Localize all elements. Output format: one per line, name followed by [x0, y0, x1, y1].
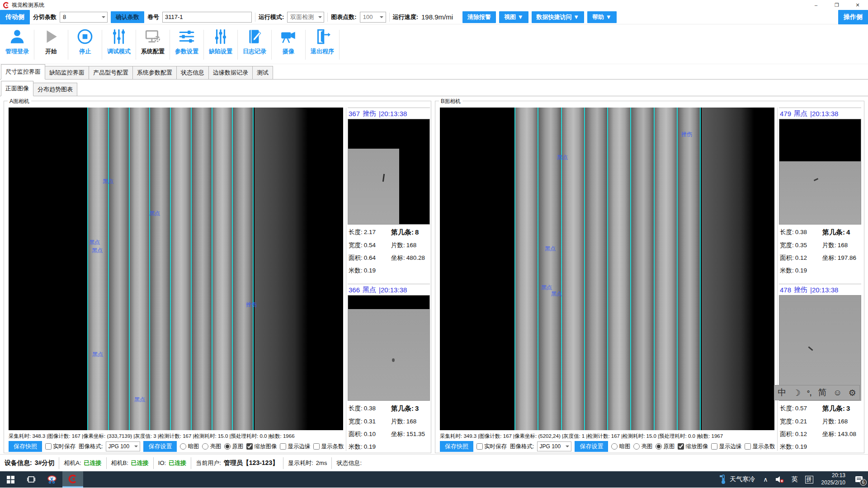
debug-mode-button[interactable]: 调试模式 [104, 28, 133, 56]
close-button[interactable]: ✕ [847, 0, 868, 10]
tab-edge-data-record[interactable]: 边缘数据记录 [208, 66, 253, 79]
task-view-button[interactable] [21, 471, 42, 488]
show-edge-checkbox[interactable] [280, 443, 286, 450]
chevron-down-icon[interactable] [316, 12, 324, 22]
tab-system-param-config[interactable]: 系统参数配置 [132, 66, 177, 79]
ime-punctuation[interactable]: °, [807, 389, 811, 397]
run-mode-select[interactable]: 双面检测 [287, 12, 324, 23]
chevron-down-icon[interactable] [378, 12, 386, 22]
show-hidden-icons-button[interactable]: ∧ [760, 471, 771, 488]
maximize-button[interactable]: ❐ [826, 0, 847, 10]
chart-points-select[interactable]: 100 [360, 12, 386, 23]
emoji-icon[interactable]: ☺ [833, 388, 842, 398]
stop-button[interactable]: 停止 [71, 28, 99, 56]
start-button[interactable] [0, 471, 21, 488]
confirm-count-button[interactable]: 确认条数 [111, 11, 144, 23]
defect-pieces: 168 [406, 418, 417, 425]
realtime-save-checkbox[interactable] [476, 443, 483, 450]
admin-login-button[interactable]: 管理登录 [3, 28, 32, 56]
realtime-save-checkbox[interactable] [45, 443, 52, 450]
image-format-select[interactable]: JPG 100 [537, 441, 571, 451]
defect-settings-button[interactable]: 缺陷设置 [206, 28, 235, 56]
chevron-down-icon[interactable] [99, 12, 107, 22]
defect-card[interactable]: 366 黑点 |20:13:38 长度:0.38 第几条:3 宽度:0.31 片… [348, 284, 430, 454]
tab-status-info[interactable]: 状态信息 [176, 66, 209, 79]
snipping-tool-button[interactable] [42, 471, 62, 488]
help-menu-button[interactable]: 帮助 ▼ [587, 11, 616, 23]
defect-stats: 长度:0.38 第几条:3 宽度:0.31 片数:168 面积:0.10 坐标:… [348, 401, 430, 454]
weather-widget[interactable]: 天气寒冷 [715, 474, 760, 484]
defect-card[interactable]: 479 黑点 |20:13:38 长度:0.38 第几条:4 宽度:0.35 片… [779, 108, 861, 277]
ime-pinyin-indicator[interactable]: 拼 [802, 471, 817, 488]
tab-trend-chart[interactable]: 分布趋势图表 [33, 83, 77, 96]
save-snapshot-button[interactable]: 保存快照 [440, 441, 473, 452]
tab-product-model-config[interactable]: 产品型号配置 [89, 66, 133, 79]
system-config-button[interactable]: 系统配置 [138, 28, 167, 56]
defect-thumbnail[interactable] [779, 119, 861, 225]
save-settings-button[interactable]: 保存设置 [143, 441, 177, 452]
original-image-radio[interactable] [224, 443, 231, 450]
show-edge-checkbox[interactable] [711, 443, 717, 450]
start-button[interactable]: 开始 [37, 28, 66, 56]
tab-test[interactable]: 测试 [252, 66, 273, 79]
show-count-checkbox[interactable] [745, 443, 751, 450]
exit-program-button[interactable]: 退出程序 [308, 28, 337, 56]
minimize-button[interactable]: – [806, 0, 826, 10]
spacer [779, 277, 861, 284]
roll-number-input[interactable] [162, 12, 252, 23]
defect-thumbnail[interactable] [348, 119, 430, 225]
save-snapshot-button[interactable]: 保存快照 [9, 441, 42, 452]
film-strip [677, 108, 700, 430]
parameter-settings-button[interactable]: 参数设置 [172, 28, 201, 56]
original-image-radio[interactable] [656, 443, 662, 450]
defect-card[interactable]: 367 挫伤 |20:13:38 长度:2.17 第几条:8 宽度:0.54 片… [348, 108, 430, 277]
divider [102, 30, 102, 60]
tab-defect-monitor[interactable]: 缺陷监控界面 [45, 66, 89, 79]
device-status-bar: 设备信息: 3#分切 相机A: 已连接 相机B: 已连接 IO: 已连接 当前用… [0, 454, 868, 471]
chevron-down-icon[interactable] [563, 442, 571, 451]
clear-alarm-button[interactable]: 清除报警 [462, 11, 496, 23]
dark-image-radio[interactable] [180, 443, 186, 450]
chevron-down-icon[interactable] [132, 442, 140, 451]
inspection-app-taskbar-button[interactable] [62, 471, 83, 488]
operation-side-button[interactable]: 操作侧 [838, 10, 868, 24]
divider [271, 30, 272, 60]
gear-icon[interactable]: ⚙ [849, 388, 856, 398]
bright-image-radio[interactable] [202, 443, 208, 450]
image-format-label: 图像格式: [79, 443, 103, 450]
defect-card[interactable]: 478 挫伤 |20:13:38 长度:0.57 第几条:3 宽度:0.21 片… [779, 284, 861, 454]
camera-b-status: 已连接 [131, 459, 149, 467]
ime-simplified[interactable]: 简 [818, 387, 827, 399]
language-indicator[interactable]: 英 [788, 471, 802, 488]
zoom-image-checkbox[interactable] [246, 443, 253, 450]
defect-pieces: 168 [838, 242, 848, 249]
tab-size-monitor[interactable]: 尺寸监控界面 [1, 64, 45, 80]
defect-strip-no: 8 [415, 228, 419, 236]
bright-image-radio[interactable] [633, 443, 640, 450]
zoom-image-checkbox[interactable] [678, 443, 684, 450]
log-record-button[interactable]: 日志记录 [240, 28, 269, 56]
view-menu-button[interactable]: 视图 ▼ [499, 11, 528, 23]
data-quick-access-menu-button[interactable]: 数据快捷访问 ▼ [532, 11, 584, 23]
clock-widget[interactable]: 20:13 2025/2/10 [817, 472, 850, 486]
tab-front-image[interactable]: 正面图像 [1, 81, 33, 96]
roll-number-label: 卷号 [147, 13, 159, 21]
defect-thumbnail[interactable] [348, 295, 430, 401]
moon-icon[interactable]: ☽ [793, 388, 801, 398]
capture-button[interactable]: 摄像 [274, 28, 303, 56]
main-content: A面相机 黑点黑点黑点黑点挫伤黑点黑点 367 挫伤 |20:13:38 长度:… [0, 96, 868, 454]
defect-annotation: 挫伤 [681, 131, 692, 138]
defect-pieces: 168 [838, 418, 848, 425]
transmission-side-button[interactable]: 传动侧 [0, 10, 30, 24]
slit-count-select[interactable]: 8 [60, 12, 108, 23]
volume-muted-button[interactable] [772, 471, 788, 488]
camera-a-panel-title: A面相机 [8, 98, 31, 105]
show-count-checkbox[interactable] [313, 443, 320, 450]
save-settings-button[interactable]: 保存设置 [575, 441, 608, 452]
dark-image-radio[interactable] [611, 443, 618, 450]
divider [136, 30, 136, 60]
ime-chinese-mode[interactable]: 中 [778, 387, 786, 399]
notification-center-button[interactable]: 6 [850, 471, 868, 488]
image-format-select[interactable]: JPG 100 [106, 441, 140, 451]
defect-card-header: 478 挫伤 |20:13:38 [779, 284, 861, 295]
